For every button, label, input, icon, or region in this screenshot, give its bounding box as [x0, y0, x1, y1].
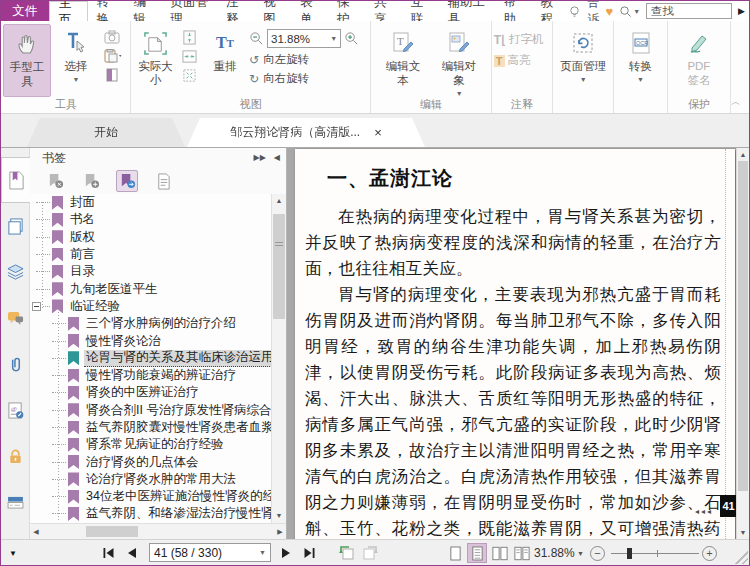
fields-panel-button[interactable] — [1, 479, 29, 525]
last-page-button[interactable] — [304, 540, 315, 566]
scroll-up-icon[interactable]: ▲ — [272, 194, 286, 208]
bookmark-label[interactable]: 益气养阴胶囊对慢性肾炎患者血浆 — [84, 419, 271, 436]
search-options-button[interactable]: ▼ — [619, 5, 640, 18]
signature-panel-button[interactable]: @ — [1, 387, 29, 433]
menu-tab[interactable]: 保护 — [328, 1, 365, 21]
bookmark-item[interactable]: 益气养阴、和络渗湿法治疗慢性肾 — [30, 505, 271, 522]
bookmark-label[interactable]: 治疗肾炎的几点体会 — [84, 454, 201, 471]
chevron-down-icon[interactable]: ▼ — [577, 540, 584, 566]
find-input[interactable] — [646, 3, 732, 19]
actual-size-button[interactable]: 实际大小 — [133, 24, 177, 97]
zoom-in-icon[interactable] — [344, 31, 359, 46]
bookmark-locate-button[interactable] — [116, 170, 138, 192]
tab-document[interactable]: 邹云翔论肾病（高清版... × — [187, 118, 425, 147]
zoom-level-combobox[interactable]: 31.88% ▼ — [267, 29, 341, 48]
collapse-expander-icon[interactable] — [32, 302, 41, 311]
bookmark-item[interactable]: 三个肾水肿病例的治疗介绍 — [30, 315, 271, 332]
scroll-down-icon[interactable]: ▼ — [737, 526, 749, 539]
pdf-sign-button[interactable]: PDF 签名 — [676, 24, 722, 97]
menu-tab[interactable]: 辅助工具 — [439, 1, 495, 21]
clipboard-paste-icon[interactable] — [104, 49, 120, 63]
next-page-button[interactable] — [282, 540, 290, 566]
attachments-panel-button[interactable] — [1, 341, 29, 387]
vertical-scrollbar[interactable]: ▲ ▼ — [736, 148, 749, 539]
bookmark-label[interactable]: 前言 — [68, 246, 97, 263]
bookmark-label[interactable]: 论胃与肾的关系及其临床诊治运用 — [84, 350, 271, 367]
pages-panel-button[interactable] — [1, 203, 29, 249]
expand-panel-icon[interactable]: ▶▶ — [254, 154, 266, 162]
bookmark-item[interactable]: 治疗肾炎的几点体会 — [30, 453, 271, 470]
menu-tab[interactable]: 转换 — [88, 1, 125, 21]
close-icon[interactable]: × — [374, 126, 382, 139]
heart-icon[interactable]: ♥ — [605, 5, 613, 18]
bookmark-item[interactable]: 临证经验 — [30, 298, 271, 315]
zoom-out-icon[interactable] — [249, 31, 264, 46]
bookmark-label[interactable]: 肾炎的中医辨证治疗 — [84, 384, 201, 401]
zoom-in-button[interactable]: + — [702, 540, 717, 566]
zoom-out-button[interactable]: − — [590, 540, 605, 566]
bookmark-item[interactable]: 慢性肾功能衰竭的辨证治疗 — [30, 367, 271, 384]
menu-tab[interactable]: 编辑 — [124, 1, 161, 21]
menu-tab[interactable]: 共享 — [365, 1, 402, 21]
bookmark-item[interactable]: 目录 — [30, 263, 271, 280]
bookmark-item[interactable]: 书名 — [30, 211, 271, 228]
zoom-percent-label[interactable]: 31.88% — [534, 540, 575, 566]
bookmark-label[interactable]: 肾炎合剂II 号治疗原发性肾病综合 — [84, 402, 271, 419]
scrollbar-thumb[interactable] — [738, 161, 748, 491]
rotate-left-button[interactable]: ↺ 向左旋转 — [249, 52, 368, 67]
scroll-down-icon[interactable]: ▼ — [272, 509, 286, 523]
fit-visible-icon[interactable] — [182, 68, 198, 82]
typewriter-button[interactable]: T⌊ 打字机 — [494, 32, 550, 47]
bookmark-item[interactable]: 版权 — [30, 229, 271, 246]
bookmark-label[interactable]: 临证经验 — [68, 298, 122, 315]
menu-tab[interactable]: 页面管理 — [161, 1, 217, 21]
bookmark-label[interactable]: 三个肾水肿病例的治疗介绍 — [84, 315, 238, 332]
bookmark-item[interactable]: 慢性肾炎论治 — [30, 332, 271, 349]
bookmark-label[interactable]: 封面 — [68, 194, 97, 211]
highlight-button[interactable]: T 高亮 — [494, 53, 550, 68]
bookmark-add-button[interactable] — [80, 170, 102, 192]
page-tool-icon[interactable] — [104, 68, 120, 82]
first-page-button[interactable] — [103, 540, 114, 566]
menu-tab[interactable]: 帮助 — [495, 1, 532, 21]
bookmark-item[interactable]: 肾系常见病证的治疗经验 — [30, 436, 271, 453]
file-menu-button[interactable]: 文件 — [1, 1, 49, 21]
collapse-panel-icon[interactable]: ◀ — [274, 154, 280, 162]
scrollbar-thumb[interactable] — [273, 214, 285, 319]
bookmark-label[interactable]: 九旬老医道平生 — [68, 281, 160, 298]
page-manage-button[interactable]: 页面管理 ▼ — [556, 24, 610, 97]
reflow-button[interactable]: TT 重排 — [203, 24, 247, 97]
bookmark-label[interactable]: 益气养阴、和络渗湿法治疗慢性肾 — [84, 505, 271, 522]
scroll-right-icon[interactable]: ▶ — [274, 524, 286, 539]
hand-tool-button[interactable]: 手型工具 — [3, 24, 51, 97]
menu-tab[interactable]: 视图 — [254, 1, 291, 21]
menu-tab[interactable]: 注释 — [217, 1, 254, 21]
page-number-input[interactable] — [154, 546, 254, 560]
page-number-field[interactable]: ▼ — [149, 543, 271, 562]
single-page-layout-button[interactable] — [445, 543, 465, 563]
scroll-up-icon[interactable]: ▲ — [737, 148, 749, 161]
scrollbar-thumb[interactable] — [86, 526, 138, 537]
panel-menu-icon[interactable]: ▼ — [9, 540, 17, 566]
bookmark-label[interactable]: 肾系常见病证的治疗经验 — [84, 436, 226, 453]
menu-tab[interactable]: 教程 — [532, 1, 569, 21]
menu-tab[interactable]: 主页 — [49, 1, 88, 21]
previous-view-button[interactable] — [339, 540, 355, 566]
bookmark-label[interactable]: 慢性肾炎论治 — [84, 333, 163, 350]
bookmark-item[interactable]: 肾炎合剂II 号治疗原发性肾病综合 — [30, 402, 271, 419]
flyout-arrow-icon[interactable]: ▶ — [738, 6, 745, 16]
fit-page-icon[interactable] — [182, 30, 198, 44]
sidebar-horizontal-scrollbar[interactable]: ◀ ▶ — [30, 523, 286, 539]
lightbulb-icon[interactable] — [568, 5, 581, 18]
bookmark-item[interactable]: 肾炎的中医辨证治疗 — [30, 384, 271, 401]
snapshot-icon[interactable] — [104, 30, 120, 44]
bookmark-label[interactable]: 书名 — [68, 211, 97, 228]
bookmark-label[interactable]: 论治疗肾炎水肿的常用大法 — [84, 471, 238, 488]
select-tool-button[interactable]: 选择 ▼ — [53, 24, 99, 97]
scroll-left-icon[interactable]: ◀ — [30, 524, 42, 539]
bookmark-label[interactable]: 34位老中医辨证施治慢性肾炎的经 — [84, 488, 271, 505]
continuous-facing-layout-button[interactable] — [512, 543, 532, 563]
bookmark-item[interactable]: 34位老中医辨证施治慢性肾炎的经 — [30, 488, 271, 505]
bookmark-expand-button[interactable] — [152, 170, 174, 192]
bookmark-label[interactable]: 版权 — [68, 229, 97, 246]
